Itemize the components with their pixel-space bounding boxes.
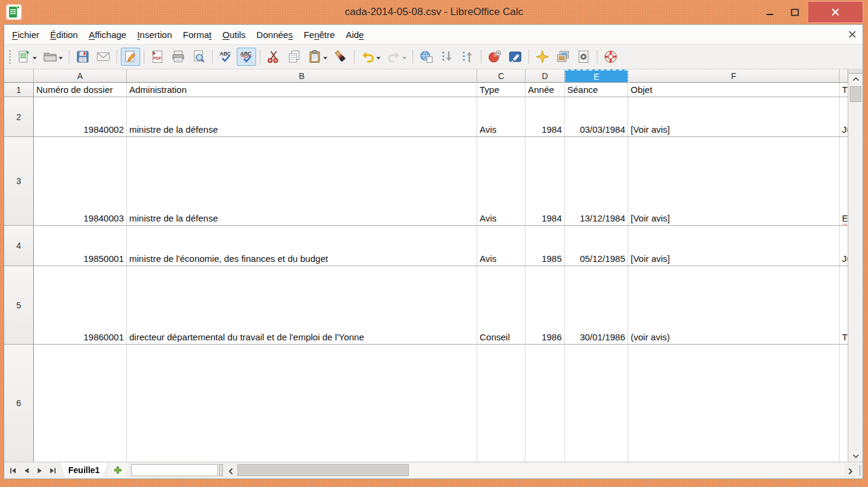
cell-C4[interactable]: Avis	[477, 226, 526, 266]
cell-G6[interactable]	[840, 345, 848, 462]
clone-formatting-button[interactable]	[331, 48, 350, 66]
menu-donnes[interactable]: Données	[251, 27, 298, 43]
open-button[interactable]	[40, 48, 65, 66]
cell-C3[interactable]: Avis	[477, 137, 526, 225]
cell-G2[interactable]: Ju	[840, 97, 848, 136]
redo-button[interactable]	[384, 48, 409, 66]
vertical-scroll-thumb[interactable]	[850, 86, 861, 102]
menu-fichier[interactable]: Fichier	[7, 27, 45, 43]
menu-outils[interactable]: Outils	[217, 27, 251, 43]
sheet-tab-feuille1[interactable]: Feuille1	[61, 463, 107, 477]
dropdown-caret-icon[interactable]	[59, 51, 63, 62]
horizontal-split-handle[interactable]	[219, 464, 223, 476]
menu-affichage[interactable]: Affichage	[83, 27, 132, 43]
row-header-5[interactable]: 5	[4, 266, 34, 344]
first-sheet-button[interactable]	[7, 464, 19, 477]
cell-F4[interactable]: [Voir avis]	[628, 226, 840, 266]
cell-B4[interactable]: ministre de l'économie, des finances et …	[127, 226, 477, 266]
cell-C1[interactable]: Type	[477, 83, 526, 97]
draw-functions-button[interactable]	[506, 48, 525, 66]
cell-E5[interactable]: 30/01/1986	[565, 266, 628, 344]
cell-F6[interactable]	[628, 345, 840, 462]
paste-button[interactable]	[305, 48, 330, 66]
horizontal-scroll-thumb[interactable]	[237, 464, 409, 476]
cell-E4[interactable]: 05/12/1985	[565, 226, 628, 266]
scroll-up-button[interactable]	[849, 74, 863, 84]
cell-G5[interactable]: Tr	[840, 266, 848, 344]
save-button[interactable]	[73, 48, 92, 66]
cell-D6[interactable]	[526, 345, 565, 462]
column-header-D[interactable]: D	[526, 69, 565, 83]
cell-A5[interactable]: 19860001	[34, 266, 127, 344]
scroll-down-button[interactable]	[849, 451, 863, 462]
dropdown-caret-icon[interactable]	[402, 51, 407, 62]
auto-spellcheck-button[interactable]: ABC	[237, 48, 256, 66]
navigator-button[interactable]	[533, 48, 552, 66]
cell-F3[interactable]: [Voir avis]	[628, 137, 840, 225]
cell-B6[interactable]	[127, 345, 477, 462]
cell-A2[interactable]: 19840002	[34, 97, 127, 136]
column-header-partial[interactable]	[840, 69, 848, 83]
cell-G4[interactable]: Ju	[840, 226, 848, 266]
vertical-scrollbar[interactable]	[848, 69, 863, 462]
cell-D4[interactable]: 1985	[526, 226, 565, 266]
column-header-E[interactable]: E	[565, 69, 628, 83]
cell-E2[interactable]: 03/03/1984	[565, 97, 628, 136]
cell-A6[interactable]	[34, 345, 127, 462]
last-sheet-button[interactable]	[47, 464, 59, 477]
toolbar-grip[interactable]	[7, 49, 12, 65]
menu-aide[interactable]: Aide	[340, 27, 369, 43]
cell-E1[interactable]: Séance	[565, 83, 628, 97]
spelling-button[interactable]: ABC	[216, 48, 236, 66]
sheet-tab-strip[interactable]	[131, 464, 218, 476]
print-button[interactable]	[169, 48, 188, 66]
row-header-2[interactable]: 2	[4, 97, 34, 136]
menu-format[interactable]: Format	[178, 27, 217, 43]
minimize-button[interactable]	[757, 1, 782, 23]
row-header-3[interactable]: 3	[4, 137, 34, 225]
add-sheet-button[interactable]	[107, 463, 129, 477]
column-header-C[interactable]: C	[477, 69, 526, 83]
previous-sheet-button[interactable]	[20, 464, 33, 477]
row-header-6[interactable]: 6	[4, 345, 34, 462]
help-button[interactable]	[601, 48, 620, 66]
column-header-F[interactable]: F	[628, 69, 840, 83]
cell-D3[interactable]: 1984	[526, 137, 565, 225]
close-button[interactable]	[808, 1, 863, 23]
column-header-A[interactable]: A	[34, 69, 127, 83]
cell-D2[interactable]: 1984	[526, 97, 565, 136]
cell-E3[interactable]: 13/12/1984	[565, 137, 628, 225]
cell-D1[interactable]: Année	[526, 83, 565, 97]
close-document-button[interactable]	[848, 30, 857, 39]
cell-G1[interactable]: Th	[840, 83, 848, 97]
cell-E6[interactable]	[565, 345, 628, 462]
gallery-button[interactable]	[553, 48, 573, 66]
undo-button[interactable]	[358, 48, 383, 66]
dropdown-caret-icon[interactable]	[33, 51, 37, 62]
scroll-right-button[interactable]	[844, 465, 857, 477]
column-header-B[interactable]: B	[127, 69, 477, 83]
copy-button[interactable]	[285, 48, 304, 66]
cell-F1[interactable]: Objet	[628, 83, 840, 97]
cell-A1[interactable]: Numéro de dossier	[34, 83, 127, 97]
cell-C6[interactable]	[477, 345, 526, 462]
hyperlink-button[interactable]	[417, 48, 436, 66]
dropdown-caret-icon[interactable]	[376, 51, 381, 62]
dropdown-caret-icon[interactable]	[323, 51, 327, 62]
cell-B5[interactable]: directeur départemental du travail et de…	[127, 266, 477, 344]
cell-D5[interactable]: 1986	[526, 266, 565, 344]
cell-C2[interactable]: Avis	[477, 97, 526, 136]
menu-fentre[interactable]: Fenêtre	[298, 27, 341, 43]
next-sheet-button[interactable]	[33, 464, 46, 477]
insert-chart-button[interactable]: %	[485, 48, 504, 66]
cell-B3[interactable]: ministre de la défense	[127, 137, 477, 225]
export-pdf-button[interactable]: PDF	[148, 48, 167, 66]
cell-C5[interactable]: Conseil	[477, 266, 526, 344]
cell-A4[interactable]: 19850001	[34, 226, 127, 266]
cell-A3[interactable]: 19840003	[34, 137, 127, 225]
print-preview-button[interactable]	[189, 48, 208, 66]
sort-ascending-button[interactable]	[437, 48, 457, 66]
row-header-4[interactable]: 4	[4, 226, 34, 266]
new-document-button[interactable]	[14, 48, 39, 66]
select-all-corner[interactable]	[4, 69, 34, 83]
